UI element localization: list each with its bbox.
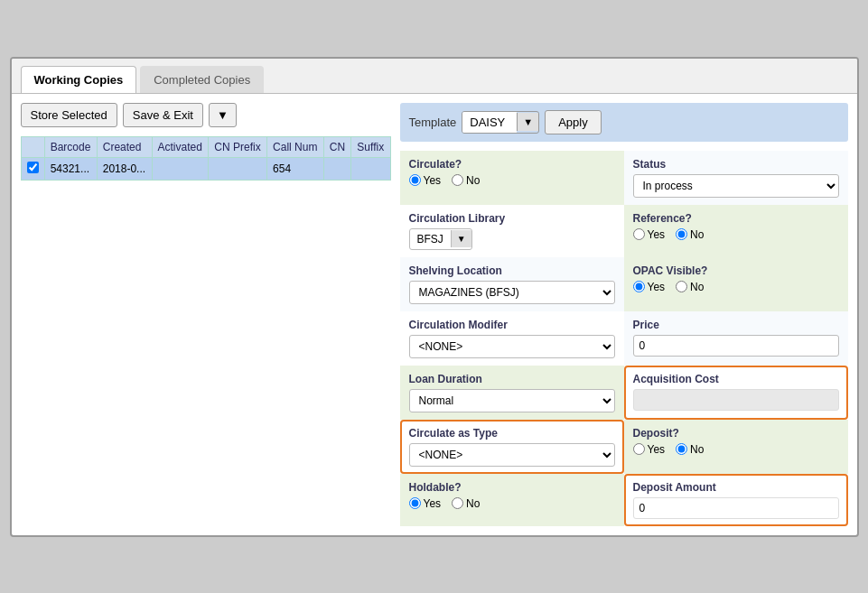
reference-no-label[interactable]: No [676, 228, 704, 241]
table-header-row: Barcode Created Activated CN Prefix Call… [21, 136, 390, 157]
circulation-library-label: Circulation Library [409, 212, 615, 225]
opac-no-label[interactable]: No [676, 281, 704, 293]
table-col-activated: Activated [152, 136, 209, 157]
template-bar: Template DAISY ▼ Apply [400, 103, 848, 142]
shelving-location-label: Shelving Location [409, 264, 615, 277]
deposit-amount-input[interactable] [633, 497, 839, 519]
opac-visible-label: OPAC Visible? [633, 264, 839, 277]
tabs-bar: Working Copies Completed Copies [12, 59, 857, 94]
circulate-yes-label[interactable]: Yes [409, 174, 442, 187]
deposit-yes-label[interactable]: Yes [633, 443, 666, 456]
main-container: Working Copies Completed Copies Store Se… [10, 57, 859, 537]
template-value: DAISY [462, 112, 517, 133]
circulation-library-section: Circulation Library BFSJ ▼ [400, 205, 624, 257]
row-cn [323, 157, 351, 180]
holdable-yes-label[interactable]: Yes [409, 497, 442, 510]
circulate-no-label[interactable]: No [452, 174, 480, 187]
reference-radio-group: Yes No [633, 228, 839, 241]
opac-no-radio[interactable] [676, 281, 687, 292]
deposit-radio-group: Yes No [633, 443, 839, 456]
copies-table: Barcode Created Activated CN Prefix Call… [21, 136, 391, 181]
toolbar-dropdown-button[interactable]: ▼ [209, 103, 237, 127]
circulate-as-type-label: Circulate as Type [409, 427, 615, 440]
circulate-radio-group: Yes No [409, 174, 615, 187]
opac-yes-label[interactable]: Yes [633, 281, 666, 293]
table-row[interactable]: 54321... 2018-0... 654 [21, 157, 390, 180]
right-panel: Template DAISY ▼ Apply Circulate? [400, 103, 848, 526]
table-col-checkbox [21, 136, 44, 157]
toolbar: Store Selected Save & Exit ▼ [21, 103, 391, 127]
deposit-amount-section: Deposit Amount [624, 474, 848, 526]
deposit-label: Deposit? [633, 427, 839, 440]
acquisition-cost-section: Acquisition Cost [624, 366, 848, 420]
circulation-modifier-section: Circulation Modifer <NONE> [400, 311, 624, 366]
reference-no-radio[interactable] [676, 228, 687, 240]
left-panel: Store Selected Save & Exit ▼ Barcode Cre… [21, 103, 391, 526]
circulate-as-type-section: Circulate as Type <NONE> [400, 420, 624, 474]
content-area: Store Selected Save & Exit ▼ Barcode Cre… [12, 94, 857, 535]
shelving-location-select[interactable]: MAGAZINES (BFSJ) STACKS REFERENCE [409, 281, 615, 304]
loan-duration-label: Loan Duration [409, 373, 615, 385]
acquisition-cost-input[interactable] [633, 389, 839, 411]
table-col-barcode: Barcode [44, 136, 97, 157]
row-checkbox[interactable] [27, 162, 39, 173]
circulation-library-arrow[interactable]: ▼ [451, 230, 471, 247]
holdable-label: Holdable? [409, 481, 615, 494]
circulate-label: Circulate? [409, 158, 615, 171]
status-label: Status [633, 158, 839, 171]
circulate-yes-radio[interactable] [409, 174, 421, 186]
table-col-suffix: Suffix [351, 136, 390, 157]
row-checkbox-cell[interactable] [21, 157, 44, 180]
status-select[interactable]: In process Available Checked out Missing [633, 174, 839, 198]
deposit-no-label[interactable]: No [676, 443, 704, 456]
tab-working-copies[interactable]: Working Copies [21, 66, 137, 93]
row-suffix [351, 157, 390, 180]
status-section: Status In process Available Checked out … [624, 151, 848, 205]
template-label: Template [409, 116, 457, 129]
row-cn-prefix [209, 157, 267, 180]
form-grid: Circulate? Yes No Status [400, 151, 848, 526]
apply-button[interactable]: Apply [545, 110, 602, 134]
circulation-modifier-select[interactable]: <NONE> [409, 335, 615, 358]
row-call-num: 654 [267, 157, 324, 180]
template-dropdown-arrow[interactable]: ▼ [517, 113, 538, 131]
circulate-as-type-select[interactable]: <NONE> [409, 443, 615, 467]
loan-duration-section: Loan Duration Normal Short Extended [400, 366, 624, 420]
tab-completed-copies[interactable]: Completed Copies [140, 66, 264, 93]
loan-duration-select[interactable]: Normal Short Extended [409, 389, 615, 412]
opac-visible-radio-group: Yes No [633, 281, 839, 293]
reference-yes-label[interactable]: Yes [633, 228, 666, 241]
reference-section: Reference? Yes No [624, 205, 848, 257]
holdable-yes-radio[interactable] [409, 497, 421, 509]
shelving-location-section: Shelving Location MAGAZINES (BFSJ) STACK… [400, 257, 624, 311]
reference-yes-radio[interactable] [633, 228, 645, 240]
store-selected-button[interactable]: Store Selected [21, 103, 117, 127]
row-barcode: 54321... [44, 157, 97, 180]
deposit-yes-radio[interactable] [633, 443, 645, 455]
circulate-section: Circulate? Yes No [400, 151, 624, 205]
holdable-no-radio[interactable] [452, 497, 463, 509]
opac-visible-section: OPAC Visible? Yes No [624, 257, 848, 311]
deposit-amount-label: Deposit Amount [633, 481, 839, 494]
price-section: Price [624, 311, 848, 366]
table-col-call-num: Call Num [267, 136, 324, 157]
circulate-no-radio[interactable] [452, 174, 463, 186]
row-created: 2018-0... [97, 157, 152, 180]
deposit-no-radio[interactable] [676, 443, 687, 455]
holdable-section: Holdable? Yes No [400, 474, 624, 526]
reference-label: Reference? [633, 212, 839, 225]
save-exit-button[interactable]: Save & Exit [123, 103, 203, 127]
acquisition-cost-label: Acquisition Cost [633, 373, 839, 385]
circulation-modifier-label: Circulation Modifer [409, 319, 615, 331]
table-col-created: Created [97, 136, 152, 157]
price-input[interactable] [633, 335, 839, 357]
opac-yes-radio[interactable] [633, 281, 645, 292]
holdable-radio-group: Yes No [409, 497, 615, 510]
holdable-no-label[interactable]: No [452, 497, 480, 510]
table-col-cn-prefix: CN Prefix [209, 136, 267, 157]
template-select-wrapper: DAISY ▼ [462, 111, 539, 134]
deposit-section: Deposit? Yes No [624, 420, 848, 474]
circulation-library-dropdown[interactable]: BFSJ ▼ [409, 228, 472, 250]
row-activated [152, 157, 209, 180]
price-label: Price [633, 319, 839, 331]
